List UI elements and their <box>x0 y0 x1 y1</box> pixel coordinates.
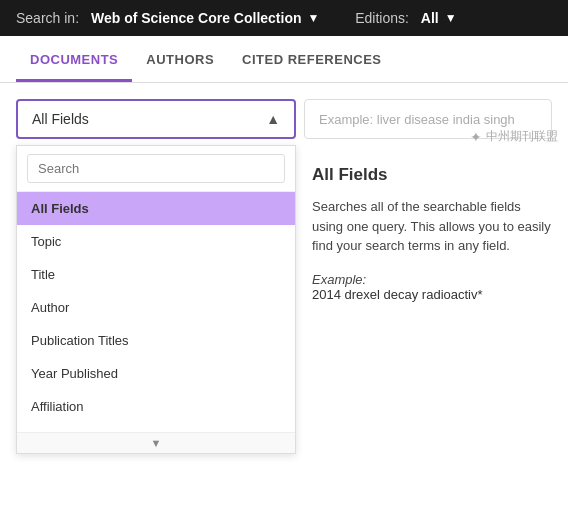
dropdown-item-topic[interactable]: Topic <box>17 225 295 258</box>
collection-dropdown-icon[interactable]: ▼ <box>308 11 320 25</box>
tab-cited-references[interactable]: CITED REFERENCES <box>228 36 395 82</box>
search-collection-value[interactable]: Web of Science Core Collection <box>91 10 302 26</box>
info-panel-description: Searches all of the searchable fields us… <box>312 197 552 256</box>
dropdown-search-container <box>17 146 295 192</box>
field-dropdown[interactable]: All Fields ▲ <box>16 99 296 139</box>
dropdown-list: All Fields Topic Title Author Publicatio… <box>17 192 295 432</box>
main-content: All Fields ▲ Example: liver disease indi… <box>0 83 568 155</box>
tab-documents[interactable]: DOCUMENTS <box>16 36 132 82</box>
watermark-text: 中州期刊联盟 <box>486 128 558 145</box>
editions-label: Editions: <box>355 10 409 26</box>
dropdown-search-input[interactable] <box>27 154 285 183</box>
search-in-label: Search in: <box>16 10 79 26</box>
watermark-icon: ✦ <box>470 129 482 145</box>
separator <box>333 10 341 26</box>
top-bar: Search in: Web of Science Core Collectio… <box>0 0 568 36</box>
dropdown-item-year-published[interactable]: Year Published <box>17 357 295 390</box>
info-panel-example-label: Example: <box>312 272 552 287</box>
dropdown-item-publisher[interactable]: Publisher <box>17 423 295 432</box>
tabs-bar: DOCUMENTS AUTHORS CITED REFERENCES <box>0 36 568 83</box>
info-panel: All Fields Searches all of the searchabl… <box>296 145 568 322</box>
field-dropdown-arrow-icon: ▲ <box>266 111 280 127</box>
editions-value[interactable]: All <box>421 10 439 26</box>
watermark: ✦ 中州期刊联盟 <box>470 128 558 145</box>
search-placeholder-text: Example: liver disease india singh <box>319 112 515 127</box>
dropdown-item-author[interactable]: Author <box>17 291 295 324</box>
field-dropdown-label: All Fields <box>32 111 89 127</box>
dropdown-item-affiliation[interactable]: Affiliation <box>17 390 295 423</box>
info-panel-title: All Fields <box>312 165 552 185</box>
dropdown-panel: All Fields Topic Title Author Publicatio… <box>16 145 296 454</box>
dropdown-item-publication-titles[interactable]: Publication Titles <box>17 324 295 357</box>
dropdown-scroll-down-icon[interactable]: ▼ <box>17 432 295 453</box>
tab-authors[interactable]: AUTHORS <box>132 36 228 82</box>
info-panel-example-value: 2014 drexel decay radioactiv* <box>312 287 552 302</box>
editions-dropdown-icon[interactable]: ▼ <box>445 11 457 25</box>
dropdown-item-title[interactable]: Title <box>17 258 295 291</box>
dropdown-item-all-fields[interactable]: All Fields <box>17 192 295 225</box>
